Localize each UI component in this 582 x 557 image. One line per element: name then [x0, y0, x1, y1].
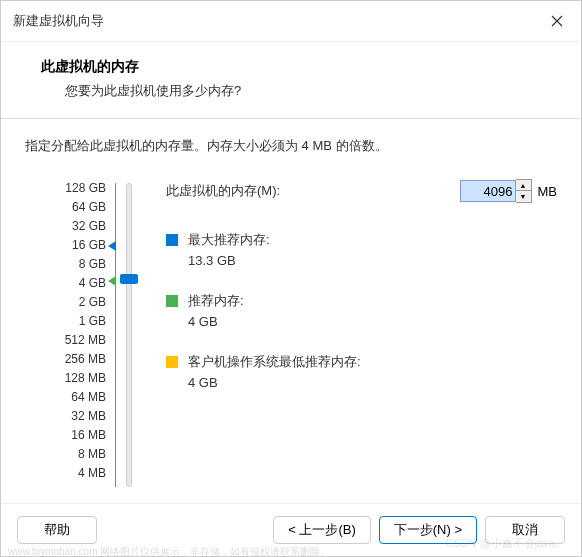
close-icon — [551, 15, 563, 27]
cancel-button[interactable]: 取消 — [485, 516, 565, 544]
window-title: 新建虚拟机向导 — [13, 12, 104, 30]
scale-label: 64 MB — [25, 388, 106, 407]
memory-label: 此虚拟机的内存(M): — [166, 182, 460, 200]
scale-label: 2 GB — [25, 293, 106, 312]
scale-label: 128 MB — [25, 369, 106, 388]
scale-label: 32 GB — [25, 217, 106, 236]
recommendation-max: 最大推荐内存: 13.3 GB — [166, 231, 557, 268]
scale-label: 16 GB — [25, 236, 106, 255]
next-button[interactable]: 下一步(N) > — [379, 516, 477, 544]
instruction-text: 指定分配给此虚拟机的内存量。内存大小必须为 4 MB 的倍数。 — [25, 137, 557, 155]
titlebar: 新建虚拟机向导 — [1, 1, 581, 42]
scale-label: 32 MB — [25, 407, 106, 426]
scale-label: 128 GB — [25, 179, 106, 198]
square-blue-icon — [166, 234, 178, 246]
memory-unit: MB — [538, 184, 558, 199]
scale-label: 8 MB — [25, 445, 106, 464]
marker-max-icon — [108, 241, 116, 251]
scale-label: 1 GB — [25, 312, 106, 331]
memory-input[interactable] — [460, 180, 516, 202]
scale-label: 16 MB — [25, 426, 106, 445]
recommendation-rec: 推荐内存: 4 GB — [166, 292, 557, 329]
slider-handle[interactable] — [120, 274, 138, 284]
rec-max-value: 13.3 GB — [188, 253, 270, 268]
memory-info: 此虚拟机的内存(M): ▲ ▼ MB 最大推荐内存: 13.3 GB — [156, 179, 557, 483]
memory-slider[interactable] — [120, 179, 156, 483]
scale-label: 8 GB — [25, 255, 106, 274]
close-button[interactable] — [545, 9, 569, 33]
memory-spinner: ▲ ▼ — [516, 179, 532, 203]
rec-rec-label: 推荐内存: — [188, 292, 244, 310]
scale-line — [115, 183, 116, 487]
memory-scale: 128 GB64 GB32 GB16 GB8 GB4 GB2 GB1 GB512… — [25, 179, 120, 483]
scale-label: 4 GB — [25, 274, 106, 293]
wizard-dialog: 新建虚拟机向导 此虚拟机的内存 您要为此虚拟机使用多少内存? 指定分配给此虚拟机… — [0, 0, 582, 557]
rec-max-label: 最大推荐内存: — [188, 231, 270, 249]
back-button[interactable]: < 上一步(B) — [273, 516, 371, 544]
page-title: 此虚拟机的内存 — [41, 58, 541, 76]
wizard-content: 指定分配给此虚拟机的内存量。内存大小必须为 4 MB 的倍数。 128 GB64… — [1, 119, 581, 503]
spinner-down-button[interactable]: ▼ — [516, 191, 531, 202]
scale-label: 64 GB — [25, 198, 106, 217]
rec-rec-value: 4 GB — [188, 314, 244, 329]
help-button[interactable]: 帮助 — [17, 516, 97, 544]
rec-min-value: 4 GB — [188, 375, 361, 390]
spinner-up-button[interactable]: ▲ — [516, 180, 531, 191]
scale-label: 512 MB — [25, 331, 106, 350]
square-yellow-icon — [166, 356, 178, 368]
slider-track — [126, 183, 132, 487]
wizard-footer: 帮助 < 上一步(B) 下一步(N) > 取消 — [1, 503, 581, 556]
memory-input-row: 此虚拟机的内存(M): ▲ ▼ MB — [166, 179, 557, 203]
recommendation-min: 客户机操作系统最低推荐内存: 4 GB — [166, 353, 557, 390]
memory-area: 128 GB64 GB32 GB16 GB8 GB4 GB2 GB1 GB512… — [25, 179, 557, 483]
scale-label: 256 MB — [25, 350, 106, 369]
rec-min-label: 客户机操作系统最低推荐内存: — [188, 353, 361, 371]
wizard-header: 此虚拟机的内存 您要为此虚拟机使用多少内存? — [1, 42, 581, 119]
scale-label: 4 MB — [25, 464, 106, 483]
page-subtitle: 您要为此虚拟机使用多少内存? — [65, 82, 541, 100]
square-green-icon — [166, 295, 178, 307]
marker-rec-icon — [108, 276, 116, 286]
